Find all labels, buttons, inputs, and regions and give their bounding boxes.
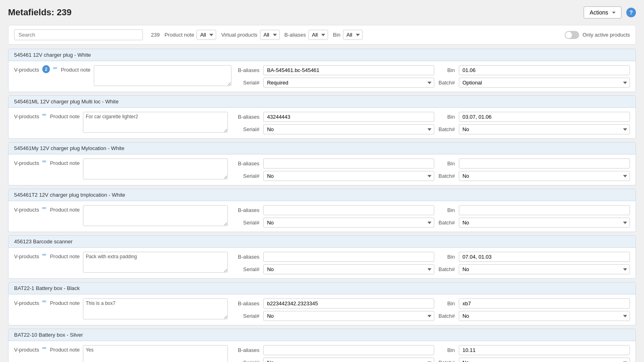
batch-field-label: Batch# [438,313,454,319]
serial-field-label: Serial# [238,173,259,179]
b-aliases-input[interactable] [263,112,434,122]
edit-icon[interactable]: ✏ [42,252,47,258]
product-card: 545461ML 12V charger plug Multi loc - Wh… [8,95,636,139]
v-products-label: V-products [14,112,39,119]
v-products-label: V-products [14,205,39,213]
bin-field-label: Bin [438,114,454,120]
bin-select[interactable]: All [343,30,363,40]
right-section: B-aliases Bin Serial# NoRequiredOptional… [238,345,630,362]
product-note-textarea[interactable] [94,65,231,86]
product-note-label: Product note [61,65,91,73]
product-note-textarea[interactable]: This is a box7 [83,298,228,319]
edit-icon[interactable]: ✏ [42,205,47,211]
chevron-down-icon [612,12,615,14]
right-section: B-aliases Bin Serial# NoRequiredOptional… [238,112,630,134]
batch-field-label: Batch# [438,220,454,226]
product-note-textarea[interactable]: Pack with extra padding [83,252,228,273]
b-aliases-input[interactable] [263,158,434,169]
serial-select[interactable]: NoRequiredOptional [263,171,434,181]
serial-select[interactable]: NoRequiredOptional [263,311,434,321]
b-aliases-input[interactable] [263,65,434,75]
v-products-label: V-products [14,158,39,166]
product-header: 545461My 12V charger plug Mylocation - W… [8,142,636,154]
serial-select[interactable]: NoRequiredOptional [263,358,434,362]
v-products-badge[interactable]: 2 [42,65,50,73]
active-products-toggle[interactable] [565,31,579,39]
product-note-textarea[interactable] [83,158,228,179]
b-aliases-field-label: B-aliases [238,114,259,120]
product-note-textarea[interactable]: Yes [83,345,228,362]
product-note-textarea[interactable] [83,205,228,226]
b-aliases-field-label: B-aliases [238,347,259,353]
product-body: V-products ✏ Product note Yes B-aliases … [8,341,636,362]
b-aliases-select[interactable]: All [308,30,328,40]
edit-icon[interactable]: ✏ [53,65,58,71]
batch-select[interactable]: NoRequiredOptional [459,78,630,88]
bin-input[interactable] [459,298,630,309]
bin-input[interactable] [459,112,630,122]
b-aliases-filter: B-aliases All [285,30,328,40]
active-products-label: Only active products [582,32,630,38]
bin-input[interactable] [459,158,630,169]
serial-field-label: Serial# [238,220,259,226]
serial-select[interactable]: NoRequiredOptional [263,124,434,134]
batch-select[interactable]: NoRequiredOptional [459,358,630,362]
actions-button[interactable]: Actions [584,6,621,19]
product-note-textarea[interactable]: For car cigarette lighter2 [83,112,228,133]
bin-label: Bin [333,32,341,38]
count-badge: 239 [151,32,160,38]
product-header: 545461T2 12V charger plug tmplocation - … [8,189,636,201]
bin-field-label: Bin [438,347,454,353]
batch-select[interactable]: NoRequiredOptional [459,311,630,321]
help-icon[interactable]: ? [626,8,636,17]
edit-icon[interactable]: ✏ [42,158,47,165]
left-section: V-products ✏ Product note Yes [14,345,231,362]
page-title: Metafields: 239 [8,7,72,18]
bin-input[interactable] [459,205,630,215]
product-note-select[interactable]: All [196,30,216,40]
left-section: V-products ✏ Product note This is a box7 [14,298,231,319]
b-aliases-field-label: B-aliases [238,207,259,213]
search-input[interactable] [14,29,143,40]
product-note-label: Product note [50,345,80,353]
batch-field-label: Batch# [438,80,454,86]
edit-icon[interactable]: ✏ [42,112,47,118]
bin-filter: Bin All [333,30,363,40]
bin-input[interactable] [459,65,630,75]
b-aliases-input[interactable] [263,345,434,355]
bin-input[interactable] [459,252,630,262]
product-card: 456123 Barcode scanner V-products ✏ Prod… [8,235,636,279]
serial-field-label: Serial# [238,360,259,362]
bin-field-label: Bin [438,300,454,306]
virtual-products-select[interactable]: All [260,30,280,40]
product-body: V-products ✏ Product note Pack with extr… [8,248,636,278]
product-body: V-products ✏ Product note B-aliases Bin … [8,201,636,232]
product-note-label: Product note [50,205,80,213]
serial-field-label: Serial# [238,80,259,86]
bin-field-label: Bin [438,254,454,260]
product-card: BAT22-1 Battery box - Black V-products ✏… [8,282,636,325]
b-aliases-field-label: B-aliases [238,160,259,167]
batch-select[interactable]: NoRequiredOptional [459,171,630,181]
serial-select[interactable]: NoRequiredOptional [263,264,434,274]
batch-select[interactable]: NoRequiredOptional [459,124,630,134]
product-header: 456123 Barcode scanner [8,236,636,248]
b-aliases-input[interactable] [263,205,434,215]
edit-icon[interactable]: ✏ [42,345,47,351]
b-aliases-field-label: B-aliases [238,67,259,73]
batch-select[interactable]: NoRequiredOptional [459,218,630,228]
edit-icon[interactable]: ✏ [42,298,47,304]
batch-select[interactable]: NoRequiredOptional [459,264,630,274]
b-aliases-input[interactable] [263,298,434,309]
serial-select[interactable]: NoRequiredOptional [263,78,434,88]
b-aliases-field-label: B-aliases [238,254,259,260]
v-products-label: V-products [14,65,39,73]
bin-input[interactable] [459,345,630,355]
left-section: V-products ✏ Product note [14,205,231,226]
right-section: B-aliases Bin Serial# NoRequiredOptional… [238,158,630,181]
product-body: V-products ✏ Product note B-aliases Bin … [8,154,636,185]
b-aliases-input[interactable] [263,252,434,262]
bin-field-label: Bin [438,207,454,213]
serial-select[interactable]: NoRequiredOptional [263,218,434,228]
b-aliases-field-label: B-aliases [238,300,259,306]
